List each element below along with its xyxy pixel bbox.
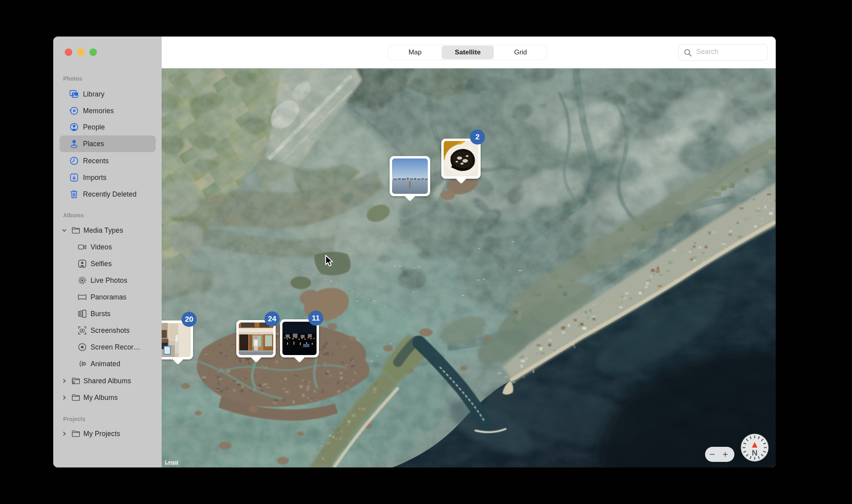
svg-text:N: N [752, 448, 757, 457]
